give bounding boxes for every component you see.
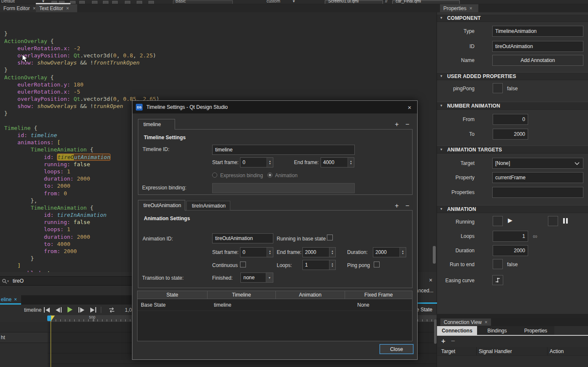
header-fixed-frame[interactable]: Fixed Frame — [345, 291, 412, 299]
header-animation[interactable]: Animation — [276, 291, 345, 299]
current-frame-value[interactable]: 1,0 — [125, 307, 132, 313]
section-collapse-icon[interactable]: ▾ — [440, 147, 442, 151]
animation-id-field[interactable]: tireOutAnimation — [212, 233, 273, 243]
tab-timeline-settings[interactable]: timeline — [138, 119, 175, 130]
add-timeline-icon[interactable]: + — [395, 121, 399, 128]
expression-binding-field[interactable] — [212, 183, 355, 193]
anim-start-frame-spinbox[interactable]: 0 ▲▼ — [240, 247, 273, 257]
section-component[interactable]: ▾ COMPONENT — [437, 14, 588, 22]
type-field[interactable]: TimelineAnimation — [492, 26, 583, 37]
target-combobox[interactable]: [None] — [492, 158, 583, 169]
running-checkbox[interactable] — [493, 216, 503, 226]
toolbar-icon[interactable] — [137, 1, 142, 4]
section-collapse-icon[interactable]: ▾ — [440, 16, 442, 20]
finished-dropdown[interactable]: none ▼ — [240, 273, 273, 283]
remove-animation-icon[interactable]: − — [405, 202, 409, 209]
tab-properties-connections[interactable]: Properties — [517, 326, 554, 335]
close-icon[interactable]: × — [33, 6, 36, 11]
loops-spinbox[interactable]: 1 ▲▼ — [302, 260, 336, 270]
timeline-id-field[interactable]: timeline — [212, 145, 355, 155]
play-icon[interactable] — [67, 307, 73, 313]
breadcrumb-file1[interactable]: Screen01.ui.qml — [328, 0, 359, 3]
column-signal-handler[interactable]: Signal Handler — [477, 347, 548, 355]
remove-timeline-icon[interactable]: − — [405, 121, 409, 128]
panel-close-icon[interactable]: × — [429, 277, 432, 283]
spin-down-icon[interactable]: ▼ — [269, 252, 271, 255]
pause-checkbox[interactable] — [548, 216, 558, 226]
custom-caret-icon[interactable]: ▾ — [293, 0, 295, 3]
section-collapse-icon[interactable]: ▾ — [440, 103, 442, 108]
previous-frame-icon[interactable] — [56, 307, 62, 313]
properties-field[interactable] — [492, 187, 583, 198]
section-user-added-properties[interactable]: ▾ USER ADDED PROPERTIES — [437, 72, 588, 80]
playhead-flag[interactable] — [51, 316, 55, 321]
ping-pong-checkbox-dialog[interactable] — [374, 262, 380, 267]
toolbar-icon[interactable] — [70, 1, 76, 4]
toolbar-icon[interactable] — [112, 1, 118, 4]
ping-pong-checkbox[interactable] — [493, 83, 503, 93]
id-field[interactable]: tireOutAnimation — [492, 41, 583, 52]
infinity-icon[interactable]: ∞ — [533, 232, 537, 240]
toolbar-icon[interactable] — [92, 1, 97, 4]
close-icon[interactable]: × — [485, 319, 488, 325]
to-end-icon[interactable] — [90, 307, 96, 313]
table-row[interactable]: Base State timeline None — [138, 299, 412, 311]
code-scrollbar[interactable] — [433, 246, 436, 264]
tab-connections[interactable]: Connections — [437, 326, 477, 335]
loop-playback-icon[interactable] — [108, 307, 116, 313]
anim-end-frame-spinbox[interactable]: 2000 ▲▼ — [302, 247, 336, 257]
header-timeline[interactable]: Timeline — [208, 291, 276, 299]
kit-selector[interactable]: Default — [1, 0, 15, 3]
loops-field[interactable]: 1 — [493, 231, 528, 242]
breadcrumb-file2[interactable]: car_Final.qml — [396, 0, 421, 3]
section-animation-targets[interactable]: ▾ ANIMATION TARGETS — [437, 146, 588, 154]
run-to-end-checkbox[interactable] — [493, 259, 503, 269]
toolbar-icon[interactable] — [148, 1, 154, 4]
tab-timeline[interactable]: eline × — [0, 295, 21, 303]
dialog-title-bar[interactable]: DS Timeline Settings - Qt Design Studio … — [132, 101, 417, 113]
section-collapse-icon[interactable]: ▾ — [440, 74, 442, 78]
toolbar-icon[interactable] — [103, 1, 108, 4]
dialog-close-icon[interactable]: × — [402, 101, 417, 113]
animation-radio[interactable] — [267, 173, 272, 178]
from-field[interactable]: 0 — [493, 114, 528, 125]
custom-selector[interactable]: custom — [267, 0, 280, 3]
toolbar-icon[interactable] — [125, 1, 130, 4]
tab-tire-out-animation[interactable]: tireOutAnimation — [138, 200, 185, 210]
tab-bindings[interactable]: Bindings — [477, 326, 517, 335]
tab-tire-in-animation[interactable]: tireInAnimation — [186, 201, 230, 210]
spin-down-icon[interactable]: ▼ — [331, 265, 334, 267]
add-animation-icon[interactable]: + — [395, 202, 399, 209]
close-icon[interactable]: × — [66, 6, 69, 11]
tab-properties[interactable]: Properties × — [440, 4, 478, 12]
playhead-line[interactable] — [51, 315, 51, 367]
search-caret-icon[interactable]: ▾ — [7, 279, 9, 283]
easing-curve-button[interactable] — [492, 275, 503, 285]
section-number-animation[interactable]: ▾ NUMBER ANIMATION — [437, 102, 588, 110]
start-frame-spinbox[interactable]: 0 ▲▼ — [240, 157, 273, 167]
expression-binding-radio[interactable] — [212, 173, 217, 178]
spin-down-icon[interactable]: ▼ — [269, 162, 271, 165]
remove-connection-icon[interactable]: − — [451, 337, 455, 345]
duration-field[interactable]: 2000 — [493, 245, 528, 256]
to-start-icon[interactable] — [44, 307, 50, 313]
section-collapse-icon[interactable]: ▾ — [440, 207, 442, 211]
column-target[interactable]: Target — [437, 347, 477, 355]
property-field[interactable]: currentFrame — [492, 172, 583, 183]
search-input[interactable]: tireO — [13, 278, 24, 284]
running-in-base-state-checkbox[interactable] — [327, 235, 333, 240]
add-annotation-button[interactable]: Add Annotation — [492, 55, 583, 66]
duration-spinbox[interactable]: 2000 ▲▼ — [373, 247, 406, 257]
close-icon[interactable]: × — [469, 6, 472, 11]
pause-icon[interactable] — [563, 218, 568, 224]
column-action[interactable]: Action — [548, 347, 588, 355]
state-table[interactable]: State Timeline Animation Fixed Frame Bas… — [137, 291, 413, 341]
end-frame-spinbox[interactable]: 4000 ▲▼ — [321, 157, 354, 167]
next-frame-icon[interactable] — [78, 307, 84, 313]
add-connection-icon[interactable]: + — [441, 337, 445, 345]
tab-text-editor[interactable]: Text Editor × — [36, 4, 77, 12]
track-row-header[interactable] — [0, 322, 48, 332]
close-icon[interactable]: × — [14, 297, 17, 302]
tab-connection-view[interactable]: Connection View × — [440, 318, 491, 326]
continuous-checkbox[interactable] — [240, 262, 246, 267]
